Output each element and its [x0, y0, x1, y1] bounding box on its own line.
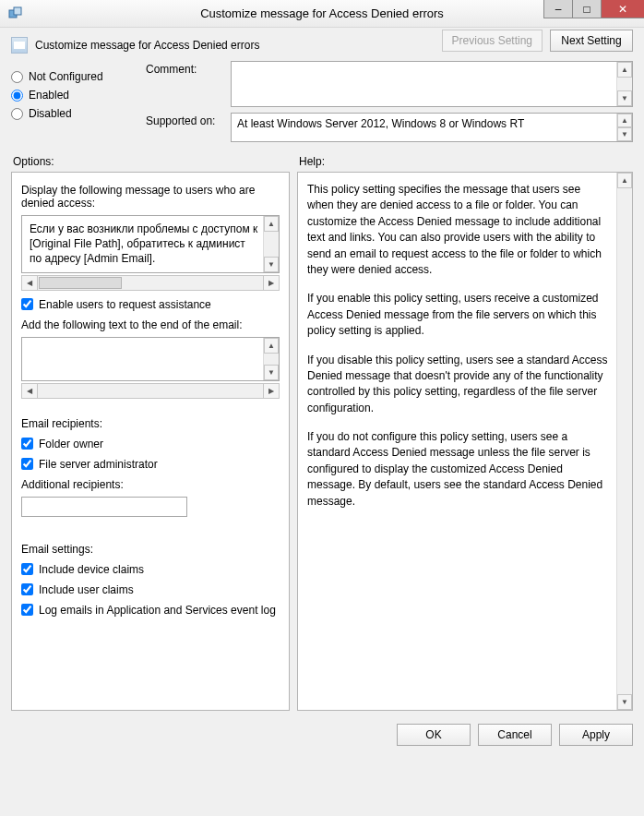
log-emails-input[interactable]: [21, 604, 33, 616]
options-pane: Display the following message to users w…: [11, 172, 290, 711]
subheader-title: Customize message for Access Denied erro…: [35, 39, 259, 52]
window-icon: [0, 6, 31, 21]
email-settings-label: Email settings:: [21, 543, 280, 556]
state-radios: Not Configured Enabled Disabled: [11, 61, 131, 142]
display-message-label: Display the following message to users w…: [21, 184, 280, 210]
next-setting-button[interactable]: Next Setting: [550, 30, 633, 52]
comment-scrollbar[interactable]: ▲ ▼: [616, 62, 632, 106]
minimize-button[interactable]: –: [543, 0, 573, 18]
append-email-vscroll[interactable]: ▲ ▼: [263, 338, 279, 380]
radio-disabled[interactable]: Disabled: [11, 107, 131, 120]
comment-label: Comment:: [146, 61, 225, 76]
include-user-checkbox[interactable]: Include user claims: [21, 583, 280, 596]
help-pane: This policy setting specifies the messag…: [297, 172, 633, 711]
help-paragraph: If you disable this policy setting, user…: [307, 353, 610, 417]
comment-input[interactable]: ▲ ▼: [231, 61, 633, 107]
apply-button[interactable]: Apply: [559, 724, 633, 746]
scroll-up-icon[interactable]: ▲: [617, 114, 632, 127]
help-paragraph: If you enable this policy setting, users…: [307, 291, 610, 339]
help-paragraph: This policy setting specifies the messag…: [307, 182, 610, 278]
panes: Display the following message to users w…: [0, 172, 644, 711]
svg-rect-1: [14, 7, 21, 15]
previous-setting-button[interactable]: Previous Setting: [442, 30, 543, 52]
supported-input: At least Windows Server 2012, Windows 8 …: [231, 113, 633, 142]
radio-not-configured-input[interactable]: [11, 71, 23, 83]
fs-admin-checkbox[interactable]: File server administrator: [21, 458, 280, 471]
supported-label: Supported on:: [146, 113, 225, 127]
form-grid: Comment: ▲ ▼ Supported on: At least Wind…: [146, 61, 633, 142]
fs-admin-input[interactable]: [21, 458, 33, 470]
display-message-vscroll[interactable]: ▲ ▼: [263, 216, 279, 272]
supported-scrollbar[interactable]: ▲ ▼: [616, 114, 632, 141]
include-device-input[interactable]: [21, 563, 33, 575]
include-user-input[interactable]: [21, 583, 33, 595]
help-paragraph: If you do not configure this policy sett…: [307, 429, 610, 510]
scroll-right-icon[interactable]: ▶: [263, 276, 279, 290]
scroll-down-icon[interactable]: ▼: [264, 365, 279, 380]
scroll-left-icon[interactable]: ◀: [22, 276, 38, 290]
radio-disabled-input[interactable]: [11, 108, 23, 120]
log-emails-checkbox[interactable]: Log emails in Application and Services e…: [21, 604, 280, 617]
scroll-up-icon[interactable]: ▲: [264, 216, 279, 232]
help-pane-label: Help:: [297, 150, 633, 172]
enable-request-input[interactable]: [21, 298, 33, 310]
window-controls: – □ ✕: [543, 0, 644, 27]
cancel-button[interactable]: Cancel: [478, 724, 552, 746]
scroll-down-icon[interactable]: ▼: [264, 257, 279, 272]
title-bar: Customize message for Access Denied erro…: [0, 0, 644, 28]
ok-button[interactable]: OK: [397, 724, 471, 746]
maximize-button[interactable]: □: [572, 0, 602, 18]
comment-row: Comment: ▲ ▼: [146, 61, 633, 107]
help-scrollbar[interactable]: ▲ ▼: [616, 173, 632, 710]
radio-enabled[interactable]: Enabled: [11, 89, 131, 102]
append-email-textarea[interactable]: ▲ ▼: [21, 337, 280, 381]
hscroll-thumb[interactable]: [39, 277, 122, 289]
append-email-hscroll[interactable]: ◀ ▶: [21, 383, 280, 399]
scroll-right-icon[interactable]: ▶: [263, 384, 279, 398]
policy-icon: [11, 37, 28, 54]
scroll-down-icon[interactable]: ▼: [617, 694, 632, 710]
close-button[interactable]: ✕: [601, 0, 644, 18]
folder-owner-input[interactable]: [21, 438, 33, 450]
append-email-label: Add the following text to the end of the…: [21, 318, 280, 331]
radio-enabled-input[interactable]: [11, 90, 23, 102]
upper-section: Not Configured Enabled Disabled Comment:…: [0, 61, 644, 150]
scroll-left-icon[interactable]: ◀: [22, 384, 38, 398]
display-message-hscroll[interactable]: ◀ ▶: [21, 275, 280, 291]
supported-row: Supported on: At least Windows Server 20…: [146, 113, 633, 142]
options-pane-label: Options:: [11, 150, 290, 172]
scroll-down-icon[interactable]: ▼: [617, 90, 632, 106]
radio-not-configured[interactable]: Not Configured: [11, 70, 131, 83]
additional-recipients-input[interactable]: [21, 497, 187, 517]
scroll-up-icon[interactable]: ▲: [617, 173, 632, 188]
display-message-textarea[interactable]: Если у вас возникли проблемы с доступом …: [21, 215, 280, 273]
folder-owner-checkbox[interactable]: Folder owner: [21, 438, 280, 450]
enable-request-checkbox[interactable]: Enable users to request assistance: [21, 298, 280, 311]
scroll-up-icon[interactable]: ▲: [264, 338, 279, 354]
include-device-checkbox[interactable]: Include device claims: [21, 563, 280, 576]
scroll-down-icon[interactable]: ▼: [617, 127, 632, 141]
additional-recipients-label: Additional recipients:: [21, 478, 280, 491]
scroll-up-icon[interactable]: ▲: [617, 62, 632, 78]
footer: OK Cancel Apply: [0, 711, 644, 757]
recipients-label: Email recipients:: [21, 417, 280, 430]
